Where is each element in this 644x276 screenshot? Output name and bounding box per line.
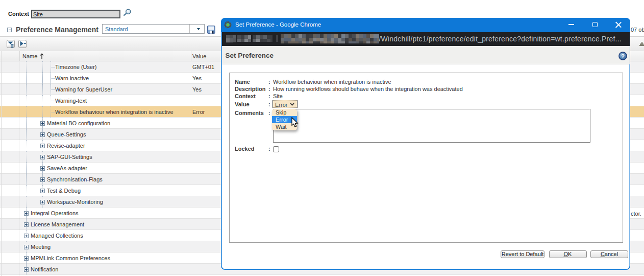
svg-text:?: ? <box>621 53 624 59</box>
